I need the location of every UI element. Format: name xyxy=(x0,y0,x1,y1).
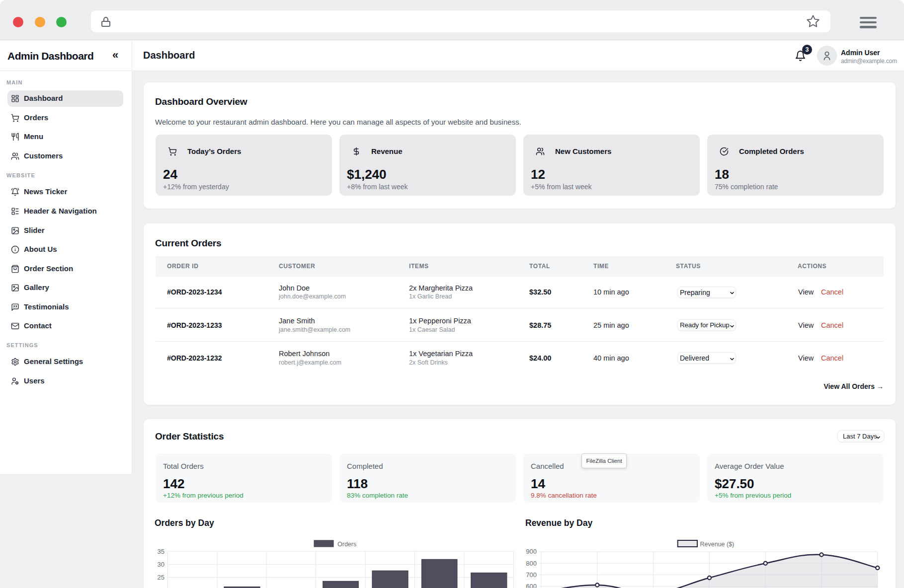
svg-text:Orders: Orders xyxy=(337,541,356,548)
svg-text:800: 800 xyxy=(526,560,537,567)
svg-text:700: 700 xyxy=(526,571,537,579)
svg-text:30: 30 xyxy=(158,561,164,568)
svg-text:600: 600 xyxy=(526,583,537,588)
svg-text:25: 25 xyxy=(158,574,164,581)
svg-text:Revenue ($): Revenue ($) xyxy=(700,541,735,548)
svg-text:35: 35 xyxy=(158,548,164,555)
svg-text:900: 900 xyxy=(526,548,537,555)
